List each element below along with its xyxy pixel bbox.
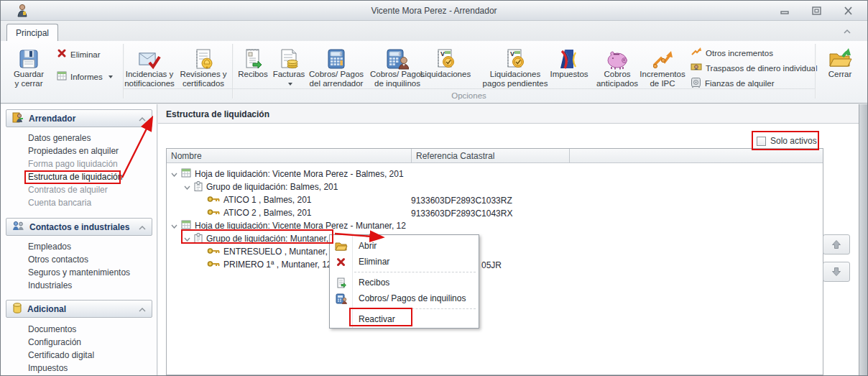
menu-item-cobros-pagos-inquilinos[interactable]: Cobros/ Pagos de inquilinos bbox=[330, 290, 479, 306]
key-icon bbox=[207, 260, 220, 270]
expand-chevron-icon[interactable] bbox=[171, 169, 177, 179]
liquidaciones-pagos-pendientes-button[interactable]: V Liquidaciones pagos pendientes bbox=[476, 44, 554, 88]
mail-check-icon bbox=[121, 44, 178, 70]
impuestos-button[interactable]: Impuestos bbox=[544, 44, 594, 79]
sidebar-group-contactos-e-industriales[interactable]: Contactos e industriales bbox=[6, 218, 152, 236]
key-icon bbox=[207, 247, 220, 257]
sidebar-item-industriales[interactable]: Industriales bbox=[28, 280, 72, 290]
landlord-icon bbox=[12, 112, 24, 125]
sidebar-item-configuracion[interactable]: Configuración bbox=[28, 337, 81, 347]
recibos-button[interactable]: Recibos bbox=[234, 44, 272, 79]
sheet-icon bbox=[181, 220, 191, 231]
dropdown-caret-icon bbox=[108, 75, 113, 78]
ribbon-tab-bar: Principal bbox=[1, 21, 867, 41]
move-down-button[interactable] bbox=[823, 262, 850, 282]
move-up-button[interactable] bbox=[823, 234, 850, 255]
database-cylinder-icon bbox=[12, 303, 22, 316]
sidebar-item-propiedades-en-alquiler[interactable]: Propiedades en alquiler bbox=[28, 146, 119, 156]
incrementos-de-ipc-button[interactable]: Incrementos de IPC bbox=[635, 44, 690, 88]
sidebar-item-forma-pago-liquidacion[interactable]: Forma pago liquidación bbox=[28, 159, 118, 169]
content-title-bar: Estructura de liquidación bbox=[158, 104, 859, 124]
sidebar-item-certificado-digital[interactable]: Certificado digital bbox=[28, 350, 94, 360]
liquidaciones-button[interactable]: V Liquidaciones bbox=[416, 44, 475, 79]
guardar-y-cerrar-button[interactable]: Guardar y cerrar bbox=[8, 44, 50, 88]
sidebar-item-impuestos[interactable]: Impuestos bbox=[28, 363, 68, 373]
revisiones-y-certificados-button[interactable]: Revisiones y certificados bbox=[175, 44, 232, 88]
expand-chevron-icon[interactable] bbox=[171, 221, 177, 231]
minimize-button[interactable] bbox=[778, 5, 791, 16]
sidebar-item-otros-contactos[interactable]: Otros contactos bbox=[28, 255, 88, 265]
notes-bell-icon bbox=[175, 44, 232, 70]
liquidation-rosette-icon: V bbox=[476, 44, 554, 70]
app-window: Vicente Mora Perez - Arrendador Principa… bbox=[0, 0, 868, 376]
solo-activos-label: Solo activos bbox=[770, 136, 817, 146]
informes-button[interactable]: Informes bbox=[57, 71, 113, 83]
key-icon bbox=[207, 195, 220, 205]
receipt-icon bbox=[234, 44, 272, 70]
ribbon-group-caption: Opciones bbox=[123, 88, 815, 100]
menu-item-recibos[interactable]: Recibos bbox=[330, 275, 479, 290]
delete-x-icon bbox=[57, 48, 67, 60]
cerrar-button[interactable]: Cerrar bbox=[819, 44, 861, 79]
sidebar-item-documentos[interactable]: Documentos bbox=[28, 324, 76, 334]
otros-incrementos-button[interactable]: Otros incrementos bbox=[691, 47, 773, 59]
increase-arrows-small-icon bbox=[691, 47, 702, 59]
key-icon bbox=[207, 208, 220, 218]
open-folder-icon bbox=[330, 241, 352, 251]
menu-separator bbox=[354, 308, 476, 309]
cobros-pagos-del-arrendador-button[interactable]: 0 Cobros/ Pagos del arrendador bbox=[302, 44, 371, 88]
restore-button[interactable] bbox=[810, 5, 823, 16]
sidebar-item-datos-generales[interactable]: Datos generales bbox=[28, 133, 91, 143]
sidebar-item-seguros-y-mantenimientos[interactable]: Seguros y mantenimientos bbox=[28, 267, 130, 278]
eliminar-button[interactable]: Eliminar bbox=[57, 48, 101, 60]
sidebar-item-empleados[interactable]: Empleados bbox=[28, 242, 71, 252]
sidebar-item-cuenta-bancaria[interactable]: Cuenta bancaria bbox=[28, 198, 91, 208]
tree-row-primero-1a[interactable]: PRIMERO 1ª , Muntaner, 12 bbox=[207, 258, 332, 271]
solo-activos-checkbox-row[interactable]: Solo activos bbox=[757, 136, 817, 146]
ribbon-separator bbox=[815, 44, 816, 98]
tree-row-grupo-balmes[interactable]: Grupo de liquidación: Balmes, 201 bbox=[184, 180, 338, 193]
title-bar: Vicente Mora Perez - Arrendador bbox=[1, 1, 867, 21]
sidebar: Arrendador Datos generales Propiedades e… bbox=[1, 104, 157, 375]
sidebar-item-contratos-de-alquiler[interactable]: Contratos de alquiler bbox=[28, 185, 108, 195]
tree-grid: Nombre Referencia Catastral Hoja de liqu… bbox=[166, 148, 823, 375]
tree-row-hoja-balmes[interactable]: Hoja de liquidación: Vicente Mora Perez … bbox=[171, 168, 404, 180]
dropdown-caret-icon bbox=[288, 83, 292, 86]
tab-principal[interactable]: Principal bbox=[6, 24, 58, 41]
sidebar-group-adicional[interactable]: Adicional bbox=[6, 300, 152, 318]
tree-row-atico-2[interactable]: ATICO 2 , Balmes, 201 bbox=[207, 206, 312, 219]
close-button[interactable] bbox=[841, 5, 854, 16]
expand-chevron-icon[interactable] bbox=[184, 234, 190, 244]
tree-row-atico-1[interactable]: ATICO 1 , Balmes, 201 bbox=[207, 193, 312, 206]
incidencias-y-notificaciones-button[interactable]: Incidencias y notificaciones bbox=[121, 44, 178, 88]
tree-row-hoja-muntaner[interactable]: Hoja de liquidación: Vicente Mora Perez … bbox=[171, 219, 406, 232]
main-panel: Estructura de liquidación Solo activos N… bbox=[158, 104, 867, 375]
catastral-ref-partial: 05JR bbox=[481, 260, 502, 270]
tree-row-grupo-muntaner[interactable]: Grupo de liquidación: Muntaner, 12 bbox=[184, 232, 341, 245]
menu-item-reactivar[interactable]: Reactivar bbox=[330, 311, 479, 327]
close-folder-icon bbox=[819, 44, 861, 70]
arrow-up-icon bbox=[831, 239, 842, 250]
calculator-icon: 0 bbox=[302, 44, 371, 70]
menu-item-eliminar[interactable]: Eliminar bbox=[330, 254, 479, 270]
solo-activos-checkbox[interactable] bbox=[757, 137, 766, 146]
ribbon-collapse-chevron-icon[interactable] bbox=[843, 27, 851, 37]
ribbon: Guardar y cerrar Eliminar Informes Incid… bbox=[1, 41, 867, 104]
tree-row-entresuelo[interactable]: ENTRESUELO , Muntaner, 12 bbox=[207, 245, 339, 258]
money-transfer-icon bbox=[691, 62, 702, 74]
sidebar-group-arrendador[interactable]: Arrendador bbox=[6, 109, 152, 127]
receipt-icon bbox=[330, 278, 352, 288]
menu-item-abrir[interactable]: Abrir bbox=[330, 238, 479, 254]
save-icon bbox=[8, 44, 50, 70]
delete-x-icon bbox=[330, 257, 352, 267]
grid-header: Nombre Referencia Catastral bbox=[167, 149, 823, 163]
chevron-up-icon bbox=[139, 114, 146, 124]
column-header-nombre[interactable]: Nombre bbox=[171, 151, 202, 161]
expand-chevron-icon[interactable] bbox=[184, 182, 190, 192]
catastral-ref: 9133603DF2893C1043RX bbox=[411, 208, 512, 219]
traspasos-de-dinero-individual-button[interactable]: Traspasos de dinero individual bbox=[691, 62, 818, 74]
group-clipboard-icon bbox=[194, 233, 203, 245]
sidebar-item-estructura-de-liquidacion[interactable]: Estructura de liquidación bbox=[28, 172, 122, 182]
increase-arrows-icon bbox=[635, 44, 690, 70]
column-header-referencia-catastral[interactable]: Referencia Catastral bbox=[416, 151, 494, 161]
